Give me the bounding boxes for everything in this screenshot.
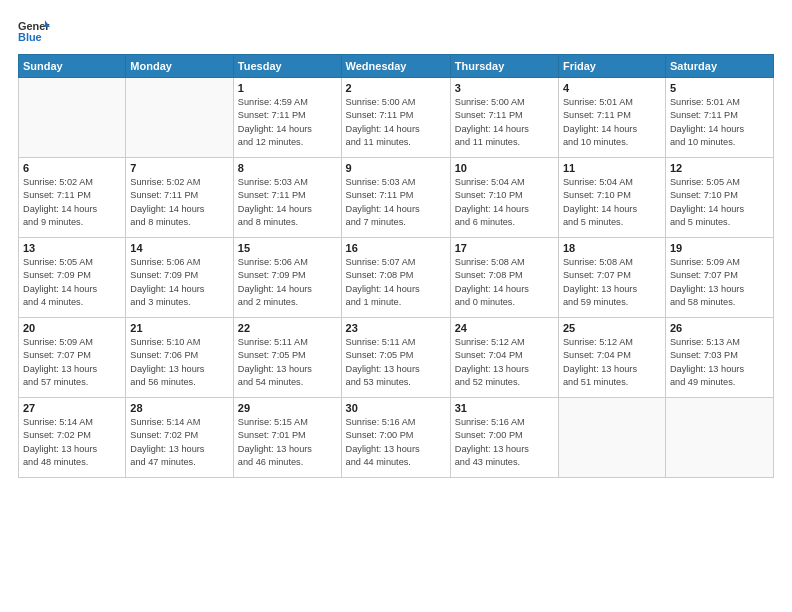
calendar-cell: 1Sunrise: 4:59 AM Sunset: 7:11 PM Daylig… [233,78,341,158]
cell-info-text: Sunrise: 5:04 AM Sunset: 7:10 PM Dayligh… [455,176,554,229]
calendar-week-row: 13Sunrise: 5:05 AM Sunset: 7:09 PM Dayli… [19,238,774,318]
calendar-cell: 6Sunrise: 5:02 AM Sunset: 7:11 PM Daylig… [19,158,126,238]
cell-day-number: 21 [130,322,229,334]
cell-day-number: 27 [23,402,121,414]
calendar-cell: 3Sunrise: 5:00 AM Sunset: 7:11 PM Daylig… [450,78,558,158]
cell-day-number: 2 [346,82,446,94]
cell-info-text: Sunrise: 5:10 AM Sunset: 7:06 PM Dayligh… [130,336,229,389]
calendar-cell: 4Sunrise: 5:01 AM Sunset: 7:11 PM Daylig… [558,78,665,158]
cell-day-number: 1 [238,82,337,94]
calendar-cell: 22Sunrise: 5:11 AM Sunset: 7:05 PM Dayli… [233,318,341,398]
calendar-cell: 21Sunrise: 5:10 AM Sunset: 7:06 PM Dayli… [126,318,234,398]
calendar-cell: 2Sunrise: 5:00 AM Sunset: 7:11 PM Daylig… [341,78,450,158]
cell-info-text: Sunrise: 5:09 AM Sunset: 7:07 PM Dayligh… [670,256,769,309]
cell-info-text: Sunrise: 5:06 AM Sunset: 7:09 PM Dayligh… [238,256,337,309]
cell-info-text: Sunrise: 5:14 AM Sunset: 7:02 PM Dayligh… [23,416,121,469]
calendar-cell [126,78,234,158]
cell-day-number: 15 [238,242,337,254]
calendar-cell: 16Sunrise: 5:07 AM Sunset: 7:08 PM Dayli… [341,238,450,318]
weekday-header-wednesday: Wednesday [341,55,450,78]
weekday-header-thursday: Thursday [450,55,558,78]
cell-info-text: Sunrise: 5:15 AM Sunset: 7:01 PM Dayligh… [238,416,337,469]
cell-day-number: 4 [563,82,661,94]
cell-day-number: 8 [238,162,337,174]
cell-day-number: 26 [670,322,769,334]
cell-day-number: 6 [23,162,121,174]
cell-info-text: Sunrise: 5:02 AM Sunset: 7:11 PM Dayligh… [130,176,229,229]
cell-day-number: 16 [346,242,446,254]
cell-info-text: Sunrise: 5:07 AM Sunset: 7:08 PM Dayligh… [346,256,446,309]
calendar-cell: 14Sunrise: 5:06 AM Sunset: 7:09 PM Dayli… [126,238,234,318]
calendar-cell: 26Sunrise: 5:13 AM Sunset: 7:03 PM Dayli… [665,318,773,398]
calendar-cell: 5Sunrise: 5:01 AM Sunset: 7:11 PM Daylig… [665,78,773,158]
cell-day-number: 31 [455,402,554,414]
calendar-cell: 18Sunrise: 5:08 AM Sunset: 7:07 PM Dayli… [558,238,665,318]
calendar-cell: 15Sunrise: 5:06 AM Sunset: 7:09 PM Dayli… [233,238,341,318]
svg-text:Blue: Blue [18,31,42,43]
cell-day-number: 14 [130,242,229,254]
cell-info-text: Sunrise: 5:05 AM Sunset: 7:10 PM Dayligh… [670,176,769,229]
cell-day-number: 23 [346,322,446,334]
cell-day-number: 17 [455,242,554,254]
cell-day-number: 24 [455,322,554,334]
cell-day-number: 7 [130,162,229,174]
cell-info-text: Sunrise: 5:01 AM Sunset: 7:11 PM Dayligh… [670,96,769,149]
cell-info-text: Sunrise: 5:16 AM Sunset: 7:00 PM Dayligh… [346,416,446,469]
cell-day-number: 25 [563,322,661,334]
calendar-cell: 25Sunrise: 5:12 AM Sunset: 7:04 PM Dayli… [558,318,665,398]
cell-day-number: 19 [670,242,769,254]
cell-info-text: Sunrise: 5:12 AM Sunset: 7:04 PM Dayligh… [563,336,661,389]
cell-info-text: Sunrise: 5:00 AM Sunset: 7:11 PM Dayligh… [455,96,554,149]
calendar-cell: 17Sunrise: 5:08 AM Sunset: 7:08 PM Dayli… [450,238,558,318]
calendar-cell: 30Sunrise: 5:16 AM Sunset: 7:00 PM Dayli… [341,398,450,478]
cell-day-number: 9 [346,162,446,174]
calendar-week-row: 6Sunrise: 5:02 AM Sunset: 7:11 PM Daylig… [19,158,774,238]
cell-info-text: Sunrise: 5:02 AM Sunset: 7:11 PM Dayligh… [23,176,121,229]
calendar-cell: 27Sunrise: 5:14 AM Sunset: 7:02 PM Dayli… [19,398,126,478]
weekday-header-tuesday: Tuesday [233,55,341,78]
calendar-cell: 31Sunrise: 5:16 AM Sunset: 7:00 PM Dayli… [450,398,558,478]
cell-info-text: Sunrise: 5:05 AM Sunset: 7:09 PM Dayligh… [23,256,121,309]
cell-info-text: Sunrise: 5:04 AM Sunset: 7:10 PM Dayligh… [563,176,661,229]
calendar-cell: 12Sunrise: 5:05 AM Sunset: 7:10 PM Dayli… [665,158,773,238]
logo-icon: General Blue [18,18,50,46]
calendar-cell: 24Sunrise: 5:12 AM Sunset: 7:04 PM Dayli… [450,318,558,398]
cell-info-text: Sunrise: 5:13 AM Sunset: 7:03 PM Dayligh… [670,336,769,389]
cell-day-number: 29 [238,402,337,414]
cell-day-number: 22 [238,322,337,334]
cell-info-text: Sunrise: 5:03 AM Sunset: 7:11 PM Dayligh… [238,176,337,229]
logo: General Blue [18,18,50,46]
cell-info-text: Sunrise: 5:06 AM Sunset: 7:09 PM Dayligh… [130,256,229,309]
weekday-header-sunday: Sunday [19,55,126,78]
cell-info-text: Sunrise: 5:03 AM Sunset: 7:11 PM Dayligh… [346,176,446,229]
weekday-header-saturday: Saturday [665,55,773,78]
cell-info-text: Sunrise: 5:11 AM Sunset: 7:05 PM Dayligh… [346,336,446,389]
weekday-header-friday: Friday [558,55,665,78]
calendar-cell: 28Sunrise: 5:14 AM Sunset: 7:02 PM Dayli… [126,398,234,478]
cell-day-number: 5 [670,82,769,94]
cell-info-text: Sunrise: 5:16 AM Sunset: 7:00 PM Dayligh… [455,416,554,469]
cell-info-text: Sunrise: 5:00 AM Sunset: 7:11 PM Dayligh… [346,96,446,149]
cell-info-text: Sunrise: 5:08 AM Sunset: 7:07 PM Dayligh… [563,256,661,309]
calendar-week-row: 1Sunrise: 4:59 AM Sunset: 7:11 PM Daylig… [19,78,774,158]
cell-info-text: Sunrise: 5:09 AM Sunset: 7:07 PM Dayligh… [23,336,121,389]
calendar-cell: 7Sunrise: 5:02 AM Sunset: 7:11 PM Daylig… [126,158,234,238]
cell-day-number: 11 [563,162,661,174]
calendar-cell: 10Sunrise: 5:04 AM Sunset: 7:10 PM Dayli… [450,158,558,238]
calendar-cell [665,398,773,478]
calendar-cell: 23Sunrise: 5:11 AM Sunset: 7:05 PM Dayli… [341,318,450,398]
calendar-week-row: 20Sunrise: 5:09 AM Sunset: 7:07 PM Dayli… [19,318,774,398]
calendar-cell: 13Sunrise: 5:05 AM Sunset: 7:09 PM Dayli… [19,238,126,318]
cell-day-number: 30 [346,402,446,414]
calendar-cell: 19Sunrise: 5:09 AM Sunset: 7:07 PM Dayli… [665,238,773,318]
cell-info-text: Sunrise: 5:08 AM Sunset: 7:08 PM Dayligh… [455,256,554,309]
cell-info-text: Sunrise: 4:59 AM Sunset: 7:11 PM Dayligh… [238,96,337,149]
page-header: General Blue [18,18,774,46]
cell-day-number: 10 [455,162,554,174]
calendar-cell: 29Sunrise: 5:15 AM Sunset: 7:01 PM Dayli… [233,398,341,478]
cell-info-text: Sunrise: 5:14 AM Sunset: 7:02 PM Dayligh… [130,416,229,469]
weekday-header-monday: Monday [126,55,234,78]
calendar-cell: 9Sunrise: 5:03 AM Sunset: 7:11 PM Daylig… [341,158,450,238]
cell-day-number: 20 [23,322,121,334]
cell-day-number: 13 [23,242,121,254]
